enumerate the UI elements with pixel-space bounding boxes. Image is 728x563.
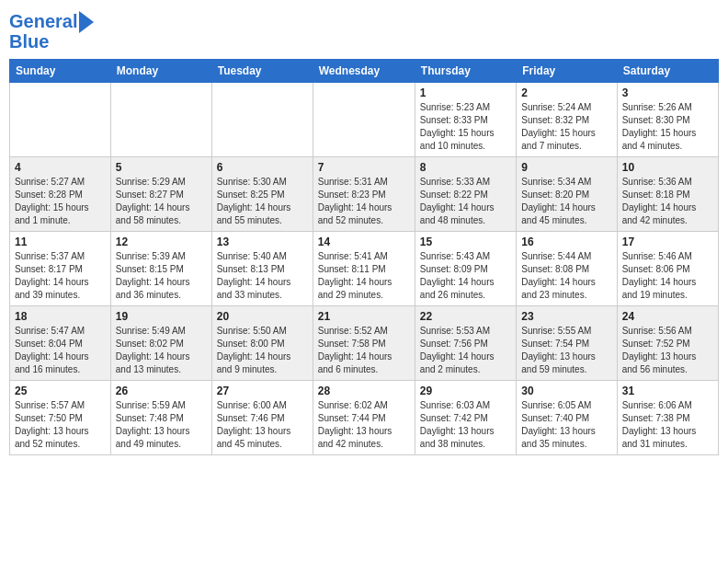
header-thursday: Thursday: [415, 60, 516, 83]
day-number: 11: [15, 236, 106, 248]
day-cell: 31Sunrise: 6:06 AM Sunset: 7:38 PM Dayli…: [617, 381, 718, 455]
day-number: 14: [318, 236, 410, 248]
day-number: 18: [15, 310, 106, 323]
day-number: 8: [420, 161, 511, 174]
day-info: Sunrise: 5:50 AM Sunset: 8:00 PM Dayligh…: [217, 325, 308, 376]
day-cell: 24Sunrise: 5:56 AM Sunset: 7:52 PM Dayli…: [617, 306, 718, 381]
day-info: Sunrise: 5:44 AM Sunset: 8:08 PM Dayligh…: [521, 250, 611, 302]
day-info: Sunrise: 5:34 AM Sunset: 8:20 PM Dayligh…: [521, 176, 611, 227]
day-info: Sunrise: 6:00 AM Sunset: 7:46 PM Dayligh…: [217, 399, 308, 451]
day-info: Sunrise: 5:24 AM Sunset: 8:32 PM Dayligh…: [521, 101, 611, 153]
day-cell: 6Sunrise: 5:30 AM Sunset: 8:25 PM Daylig…: [211, 157, 313, 232]
day-cell: 19Sunrise: 5:49 AM Sunset: 8:02 PM Dayli…: [110, 306, 211, 381]
day-info: Sunrise: 5:40 AM Sunset: 8:13 PM Dayligh…: [217, 250, 308, 302]
day-cell: 16Sunrise: 5:44 AM Sunset: 8:08 PM Dayli…: [517, 232, 617, 306]
week-row-3: 11Sunrise: 5:37 AM Sunset: 8:17 PM Dayli…: [10, 232, 719, 306]
day-number: 4: [15, 161, 106, 174]
day-number: 21: [318, 310, 410, 323]
day-cell: 1Sunrise: 5:23 AM Sunset: 8:33 PM Daylig…: [415, 83, 516, 157]
day-number: 17: [622, 236, 713, 248]
day-info: Sunrise: 6:03 AM Sunset: 7:42 PM Dayligh…: [420, 399, 511, 451]
logo-blue: Blue: [9, 31, 94, 52]
calendar-header-row: SundayMondayTuesdayWednesdayThursdayFrid…: [10, 60, 719, 83]
day-info: Sunrise: 5:41 AM Sunset: 8:11 PM Dayligh…: [318, 250, 410, 302]
day-info: Sunrise: 5:37 AM Sunset: 8:17 PM Dayligh…: [15, 250, 106, 302]
day-cell: 4Sunrise: 5:27 AM Sunset: 8:28 PM Daylig…: [10, 157, 111, 232]
logo: General Blue: [9, 9, 94, 52]
day-cell: 29Sunrise: 6:03 AM Sunset: 7:42 PM Dayli…: [415, 381, 516, 455]
page-header: General Blue: [9, 9, 719, 52]
day-number: 10: [622, 161, 713, 174]
day-cell: 13Sunrise: 5:40 AM Sunset: 8:13 PM Dayli…: [211, 232, 313, 306]
day-info: Sunrise: 5:55 AM Sunset: 7:54 PM Dayligh…: [521, 325, 611, 376]
header-saturday: Saturday: [617, 60, 718, 83]
day-number: 15: [420, 236, 511, 248]
day-number: 28: [318, 385, 410, 397]
day-info: Sunrise: 6:02 AM Sunset: 7:44 PM Dayligh…: [318, 399, 410, 451]
day-number: 23: [521, 310, 611, 323]
header-wednesday: Wednesday: [313, 60, 415, 83]
day-cell: [10, 83, 111, 157]
day-number: 27: [217, 385, 308, 397]
day-cell: 22Sunrise: 5:53 AM Sunset: 7:56 PM Dayli…: [415, 306, 516, 381]
header-sunday: Sunday: [10, 60, 111, 83]
logo-arrow-icon: [79, 11, 94, 33]
header-monday: Monday: [110, 60, 211, 83]
day-info: Sunrise: 5:52 AM Sunset: 7:58 PM Dayligh…: [318, 325, 410, 376]
day-cell: [110, 83, 211, 157]
day-info: Sunrise: 5:46 AM Sunset: 8:06 PM Dayligh…: [622, 250, 713, 302]
week-row-2: 4Sunrise: 5:27 AM Sunset: 8:28 PM Daylig…: [10, 157, 719, 232]
day-info: Sunrise: 5:49 AM Sunset: 8:02 PM Dayligh…: [116, 325, 207, 376]
week-row-1: 1Sunrise: 5:23 AM Sunset: 8:33 PM Daylig…: [10, 83, 719, 157]
day-info: Sunrise: 5:29 AM Sunset: 8:27 PM Dayligh…: [116, 176, 207, 227]
day-info: Sunrise: 5:59 AM Sunset: 7:48 PM Dayligh…: [116, 399, 207, 451]
day-info: Sunrise: 6:06 AM Sunset: 7:38 PM Dayligh…: [622, 399, 713, 451]
logo-text: General: [9, 11, 77, 31]
day-number: 2: [521, 86, 611, 99]
day-number: 12: [116, 236, 207, 248]
day-number: 1: [420, 86, 511, 99]
day-number: 3: [622, 86, 713, 99]
day-cell: 12Sunrise: 5:39 AM Sunset: 8:15 PM Dayli…: [110, 232, 211, 306]
day-info: Sunrise: 6:05 AM Sunset: 7:40 PM Dayligh…: [521, 399, 611, 451]
day-cell: 3Sunrise: 5:26 AM Sunset: 8:30 PM Daylig…: [617, 83, 718, 157]
day-cell: 14Sunrise: 5:41 AM Sunset: 8:11 PM Dayli…: [313, 232, 415, 306]
day-number: 29: [420, 385, 511, 397]
day-cell: [211, 83, 313, 157]
day-info: Sunrise: 5:31 AM Sunset: 8:23 PM Dayligh…: [318, 176, 410, 227]
day-cell: 8Sunrise: 5:33 AM Sunset: 8:22 PM Daylig…: [415, 157, 516, 232]
day-number: 16: [521, 236, 611, 248]
day-info: Sunrise: 5:36 AM Sunset: 8:18 PM Dayligh…: [622, 176, 713, 227]
day-info: Sunrise: 5:53 AM Sunset: 7:56 PM Dayligh…: [420, 325, 511, 376]
day-cell: 26Sunrise: 5:59 AM Sunset: 7:48 PM Dayli…: [110, 381, 211, 455]
day-number: 24: [622, 310, 713, 323]
day-number: 19: [116, 310, 207, 323]
day-info: Sunrise: 5:56 AM Sunset: 7:52 PM Dayligh…: [622, 325, 713, 376]
calendar-table: SundayMondayTuesdayWednesdayThursdayFrid…: [9, 59, 719, 455]
day-info: Sunrise: 5:33 AM Sunset: 8:22 PM Dayligh…: [420, 176, 511, 227]
day-number: 20: [217, 310, 308, 323]
header-tuesday: Tuesday: [211, 60, 313, 83]
day-number: 26: [116, 385, 207, 397]
day-cell: 11Sunrise: 5:37 AM Sunset: 8:17 PM Dayli…: [10, 232, 111, 306]
day-info: Sunrise: 5:39 AM Sunset: 8:15 PM Dayligh…: [116, 250, 207, 302]
day-cell: 23Sunrise: 5:55 AM Sunset: 7:54 PM Dayli…: [517, 306, 617, 381]
day-cell: 18Sunrise: 5:47 AM Sunset: 8:04 PM Dayli…: [10, 306, 111, 381]
day-info: Sunrise: 5:23 AM Sunset: 8:33 PM Dayligh…: [420, 101, 511, 153]
day-cell: 10Sunrise: 5:36 AM Sunset: 8:18 PM Dayli…: [617, 157, 718, 232]
day-cell: 7Sunrise: 5:31 AM Sunset: 8:23 PM Daylig…: [313, 157, 415, 232]
day-cell: 15Sunrise: 5:43 AM Sunset: 8:09 PM Dayli…: [415, 232, 516, 306]
day-cell: 17Sunrise: 5:46 AM Sunset: 8:06 PM Dayli…: [617, 232, 718, 306]
day-number: 25: [15, 385, 106, 397]
week-row-4: 18Sunrise: 5:47 AM Sunset: 8:04 PM Dayli…: [10, 306, 719, 381]
day-number: 7: [318, 161, 410, 174]
week-row-5: 25Sunrise: 5:57 AM Sunset: 7:50 PM Dayli…: [10, 381, 719, 455]
day-cell: 28Sunrise: 6:02 AM Sunset: 7:44 PM Dayli…: [313, 381, 415, 455]
day-number: 6: [217, 161, 308, 174]
day-info: Sunrise: 5:57 AM Sunset: 7:50 PM Dayligh…: [15, 399, 106, 451]
day-number: 13: [217, 236, 308, 248]
day-info: Sunrise: 5:26 AM Sunset: 8:30 PM Dayligh…: [622, 101, 713, 153]
day-cell: 25Sunrise: 5:57 AM Sunset: 7:50 PM Dayli…: [10, 381, 111, 455]
day-cell: 9Sunrise: 5:34 AM Sunset: 8:20 PM Daylig…: [517, 157, 617, 232]
header-friday: Friday: [517, 60, 617, 83]
